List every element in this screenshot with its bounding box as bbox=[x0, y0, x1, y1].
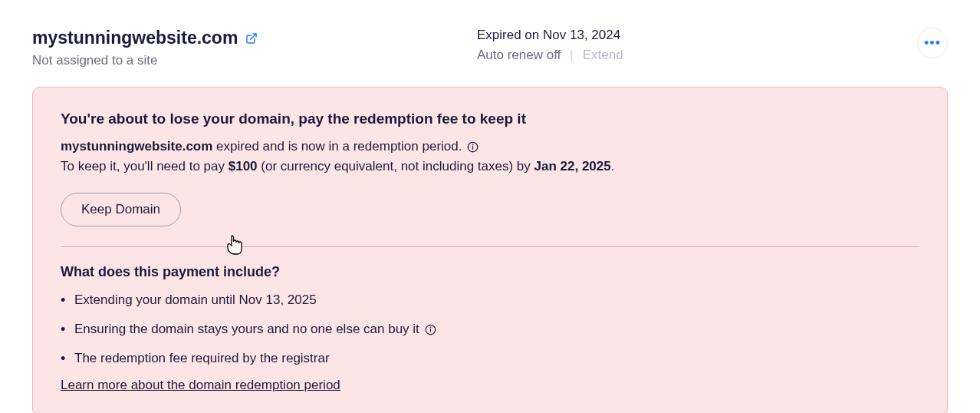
redemption-alert: You're about to lose your domain, pay th… bbox=[32, 87, 948, 413]
expired-date: Expired on Nov 13, 2024 bbox=[477, 28, 623, 43]
alert-line2-b: (or currency equivalent, not including t… bbox=[258, 159, 534, 173]
header-left: mystunningwebsite.com Not assigned to a … bbox=[32, 28, 623, 68]
keep-domain-button[interactable]: Keep Domain bbox=[61, 193, 181, 226]
status-block: Expired on Nov 13, 2024 Auto renew off |… bbox=[477, 28, 623, 68]
domain-header: mystunningwebsite.com Not assigned to a … bbox=[32, 28, 948, 68]
includes-list: Extending your domain until Nov 13, 2025… bbox=[61, 291, 919, 367]
alert-line1-text: expired and is now in a redemption perio… bbox=[212, 139, 465, 154]
autorenew-status: Auto renew off bbox=[477, 48, 561, 63]
include-text: The redemption fee required by the regis… bbox=[74, 351, 330, 365]
alert-amount: $100 bbox=[229, 159, 258, 173]
domain-assignment: Not assigned to a site bbox=[32, 53, 308, 68]
list-item: Ensuring the domain stays yours and no o… bbox=[74, 320, 919, 339]
include-text: Extending your domain until Nov 13, 2025 bbox=[74, 292, 317, 307]
alert-description: mystunningwebsite.com expired and is now… bbox=[61, 137, 919, 176]
alert-deadline: Jan 22, 2025 bbox=[534, 159, 611, 173]
svg-line-0 bbox=[251, 34, 256, 39]
domain-block: mystunningwebsite.com Not assigned to a … bbox=[32, 28, 308, 68]
info-icon[interactable] bbox=[467, 141, 478, 153]
list-item: The redemption fee required by the regis… bbox=[74, 349, 919, 368]
alert-line2-c: . bbox=[611, 159, 615, 173]
alert-title: You're about to lose your domain, pay th… bbox=[61, 111, 919, 127]
external-link-icon[interactable] bbox=[245, 32, 258, 45]
domain-name-row: mystunningwebsite.com bbox=[32, 28, 308, 48]
more-options-button[interactable]: ••• bbox=[917, 28, 948, 58]
vertical-divider: | bbox=[570, 48, 573, 63]
learn-more-link[interactable]: Learn more about the domain redemption p… bbox=[61, 378, 340, 393]
include-text: Ensuring the domain stays yours and no o… bbox=[74, 322, 423, 336]
svg-point-3 bbox=[472, 144, 473, 145]
alert-line2-a: To keep it, you'll need to pay bbox=[61, 159, 229, 173]
ellipsis-icon: ••• bbox=[924, 35, 941, 51]
svg-point-6 bbox=[430, 327, 431, 328]
extend-link[interactable]: Extend bbox=[583, 48, 623, 63]
renewal-row: Auto renew off | Extend bbox=[477, 48, 623, 63]
alert-divider bbox=[61, 246, 919, 247]
info-icon[interactable] bbox=[425, 324, 436, 335]
includes-title: What does this payment include? bbox=[61, 264, 919, 280]
alert-domain: mystunningwebsite.com bbox=[61, 139, 212, 154]
list-item: Extending your domain until Nov 13, 2025 bbox=[74, 291, 919, 309]
domain-name: mystunningwebsite.com bbox=[32, 28, 238, 48]
